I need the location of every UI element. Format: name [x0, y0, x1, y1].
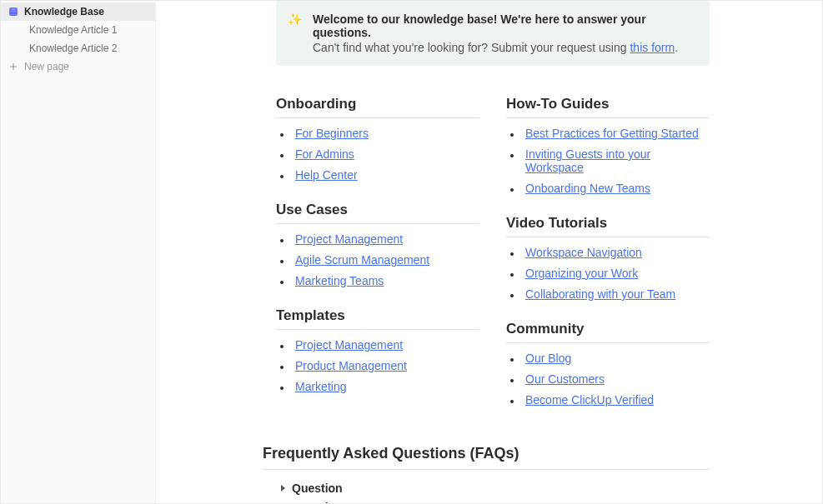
link[interactable]: Collaborating with your Team [525, 287, 675, 301]
link-list: Our BlogOur CustomersBecome ClickUp Veri… [506, 352, 710, 407]
list-item: Inviting Guests into your Workspace [506, 147, 710, 174]
svg-rect-2 [11, 11, 16, 12]
bullet-icon [510, 379, 514, 382]
link[interactable]: Project Management [295, 232, 403, 246]
list-item: Organizing your Work [506, 267, 710, 280]
bullet-icon [280, 239, 284, 242]
triangle-right-icon [281, 485, 285, 492]
sidebar-item-article-2[interactable]: Knowledge Article 2 [1, 39, 155, 57]
bullet-icon [510, 252, 514, 256]
sidebar: Knowledge Base Knowledge Article 1 Knowl… [1, 1, 156, 503]
link[interactable]: Become ClickUp Verified [525, 393, 654, 407]
bullet-icon [280, 175, 284, 178]
sidebar-item-label: Knowledge Article 1 [29, 24, 117, 36]
link[interactable]: Workspace Navigation [525, 246, 642, 259]
bullet-icon [280, 133, 284, 137]
list-item: Collaborating with your Team [506, 287, 710, 301]
welcome-banner: ✨ Welcome to our knowledge base! We're h… [276, 1, 710, 66]
banner-subtitle-prefix: Can't find what you're looking for? Subm… [313, 41, 630, 54]
list-item: Become ClickUp Verified [506, 393, 710, 407]
link-list: For BeginnersFor AdminsHelp Center [276, 127, 479, 182]
list-item: Marketing Teams [276, 274, 479, 287]
section-heading: Community [506, 321, 710, 343]
faq-item[interactable]: Question [276, 497, 710, 503]
sidebar-item-article-1[interactable]: Knowledge Article 1 [1, 21, 155, 39]
faq-question-label: Question [292, 482, 343, 495]
bullet-icon [510, 133, 514, 137]
link[interactable]: Our Customers [525, 372, 605, 386]
list-item: Our Customers [506, 372, 710, 386]
sections-grid: OnboardingFor BeginnersFor AdminsHelp Ce… [276, 74, 710, 407]
section-community: CommunityOur BlogOur CustomersBecome Cli… [506, 321, 710, 407]
list-item: Agile Scrum Management [276, 253, 479, 267]
sidebar-root-knowledge-base[interactable]: Knowledge Base [1, 2, 155, 21]
section-heading: Templates [276, 307, 479, 330]
left-column: OnboardingFor BeginnersFor AdminsHelp Ce… [276, 74, 479, 407]
list-item: Our Blog [506, 352, 710, 365]
list-item: Project Management [276, 232, 479, 246]
link[interactable]: Marketing [295, 380, 346, 393]
link-list: Workspace NavigationOrganizing your Work… [506, 246, 710, 301]
bullet-icon [280, 260, 284, 263]
link[interactable]: Marketing Teams [295, 274, 384, 287]
link-list: Best Practices for Getting StartedInviti… [506, 127, 710, 195]
link[interactable]: Help Center [295, 168, 358, 182]
faq-question-label: Question [292, 501, 343, 504]
bullet-icon [510, 188, 514, 192]
bullet-icon [510, 294, 514, 297]
sidebar-new-page-label: New page [24, 61, 69, 72]
section-onboarding: OnboardingFor BeginnersFor AdminsHelp Ce… [276, 96, 479, 182]
link-list: Project ManagementAgile Scrum Management… [276, 232, 479, 287]
faq-heading: Frequently Asked Questions (FAQs) [263, 445, 710, 470]
banner-subtitle-suffix: . [675, 41, 678, 54]
svg-rect-1 [11, 9, 16, 10]
list-item: Workspace Navigation [506, 246, 710, 259]
right-column: How-To GuidesBest Practices for Getting … [506, 74, 710, 407]
link[interactable]: For Beginners [295, 127, 369, 140]
list-item: Best Practices for Getting Started [506, 127, 710, 140]
section-templates: TemplatesProject ManagementProduct Manag… [276, 307, 479, 393]
link[interactable]: Best Practices for Getting Started [525, 127, 699, 140]
list-item: Marketing [276, 380, 479, 393]
sidebar-item-label: Knowledge Article 2 [29, 42, 117, 54]
link[interactable]: Agile Scrum Management [295, 253, 429, 267]
section-how-to-guides: How-To GuidesBest Practices for Getting … [506, 96, 710, 195]
faq-section: Frequently Asked Questions (FAQs) Questi… [276, 445, 710, 503]
list-item: Onboarding New Teams [506, 182, 710, 195]
link[interactable]: For Admins [295, 147, 354, 161]
link[interactable]: Inviting Guests into your Workspace [525, 147, 710, 174]
section-heading: How-To Guides [506, 96, 710, 118]
plus-icon [8, 61, 19, 72]
bullet-icon [510, 154, 514, 157]
faq-list: QuestionQuestionQuestion [276, 478, 710, 503]
main-content: ✨ Welcome to our knowledge base! We're h… [156, 1, 822, 503]
bullet-icon [510, 273, 514, 277]
bullet-icon [280, 281, 284, 284]
document-icon [8, 24, 24, 36]
section-heading: Video Tutorials [506, 215, 710, 237]
sidebar-root-label: Knowledge Base [24, 6, 104, 17]
link-list: Project ManagementProduct ManagementMark… [276, 338, 479, 393]
document-icon [8, 42, 24, 54]
book-icon [8, 6, 19, 17]
bullet-icon [510, 400, 514, 403]
list-item: For Beginners [276, 127, 479, 140]
bullet-icon [280, 154, 284, 157]
sidebar-new-page[interactable]: New page [1, 57, 155, 76]
bullet-icon [280, 387, 284, 390]
link[interactable]: Our Blog [525, 352, 571, 365]
link[interactable]: Project Management [295, 338, 403, 352]
list-item: Help Center [276, 168, 479, 182]
link[interactable]: Organizing your Work [525, 267, 638, 280]
link[interactable]: Onboarding New Teams [525, 182, 650, 195]
section-use-cases: Use CasesProject ManagementAgile Scrum M… [276, 202, 479, 287]
bullet-icon [280, 366, 284, 369]
bullet-icon [280, 345, 284, 348]
app-root: Knowledge Base Knowledge Article 1 Knowl… [0, 0, 823, 504]
section-heading: Use Cases [276, 202, 479, 224]
list-item: Product Management [276, 359, 479, 372]
faq-item[interactable]: Question [276, 478, 710, 497]
banner-form-link[interactable]: this form [630, 41, 675, 54]
link[interactable]: Product Management [295, 359, 407, 372]
section-video-tutorials: Video TutorialsWorkspace NavigationOrgan… [506, 215, 710, 301]
